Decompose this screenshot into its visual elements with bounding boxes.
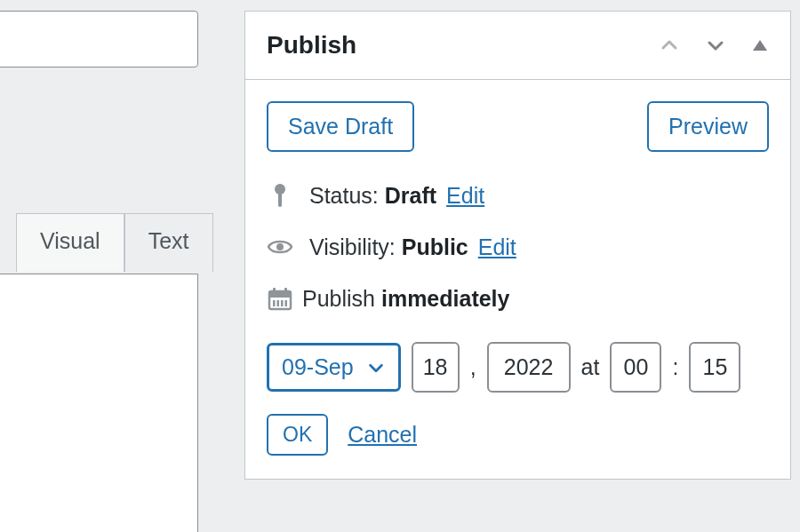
visibility-row: Visibility: Public Edit — [267, 221, 769, 273]
status-label: Status: — [309, 183, 379, 208]
svg-rect-11 — [285, 300, 288, 306]
tab-visual[interactable]: Visual — [16, 213, 124, 272]
comma-separator: , — [470, 354, 476, 380]
move-up-icon[interactable] — [659, 35, 680, 56]
svg-rect-5 — [269, 291, 291, 298]
publish-title: Publish — [267, 31, 659, 60]
editor-tabs: Visual Text — [16, 213, 213, 272]
schedule-controls: 09-Sep , at : — [245, 337, 790, 409]
visibility-label: Visibility: — [309, 234, 396, 259]
status-row: Status: Draft Edit — [267, 170, 769, 221]
colon-separator: : — [672, 354, 678, 380]
save-draft-button[interactable]: Save Draft — [267, 101, 414, 152]
minute-input[interactable] — [689, 342, 740, 393]
month-select-value: 09-Sep — [282, 354, 354, 380]
tab-text[interactable]: Text — [124, 213, 213, 272]
svg-rect-6 — [273, 288, 276, 293]
eye-icon — [267, 234, 293, 260]
visibility-edit-link[interactable]: Edit — [478, 234, 516, 259]
publish-metabox: Publish Save Draft Preview — [244, 11, 791, 480]
svg-rect-2 — [278, 193, 282, 207]
schedule-label: Publish — [302, 286, 375, 311]
status-value: Draft — [385, 183, 436, 208]
visibility-value: Public — [402, 234, 468, 259]
cancel-link[interactable]: Cancel — [348, 422, 417, 448]
svg-rect-9 — [277, 300, 280, 306]
pin-icon — [267, 182, 293, 209]
svg-rect-8 — [273, 300, 276, 306]
year-input[interactable] — [487, 342, 571, 393]
post-title-input[interactable] — [0, 11, 198, 67]
move-down-icon[interactable] — [705, 35, 726, 56]
day-input[interactable] — [412, 342, 460, 393]
at-label: at — [581, 354, 600, 380]
calendar-icon — [267, 285, 293, 312]
publish-header: Publish — [245, 12, 790, 80]
hour-input[interactable] — [610, 342, 661, 393]
schedule-row: Publish immediately — [267, 273, 769, 317]
status-edit-link[interactable]: Edit — [446, 183, 484, 208]
svg-rect-7 — [284, 288, 287, 293]
collapse-toggle-icon[interactable] — [751, 36, 769, 54]
ok-button[interactable]: OK — [267, 414, 328, 456]
schedule-value: immediately — [381, 286, 510, 311]
svg-marker-0 — [753, 40, 767, 51]
preview-button[interactable]: Preview — [647, 101, 769, 152]
metabox-header-controls — [659, 35, 769, 56]
month-select[interactable]: 09-Sep — [267, 343, 401, 392]
editor-content-area[interactable] — [0, 274, 198, 532]
chevron-down-icon — [366, 358, 386, 377]
svg-point-3 — [276, 243, 284, 250]
svg-rect-10 — [281, 300, 284, 306]
